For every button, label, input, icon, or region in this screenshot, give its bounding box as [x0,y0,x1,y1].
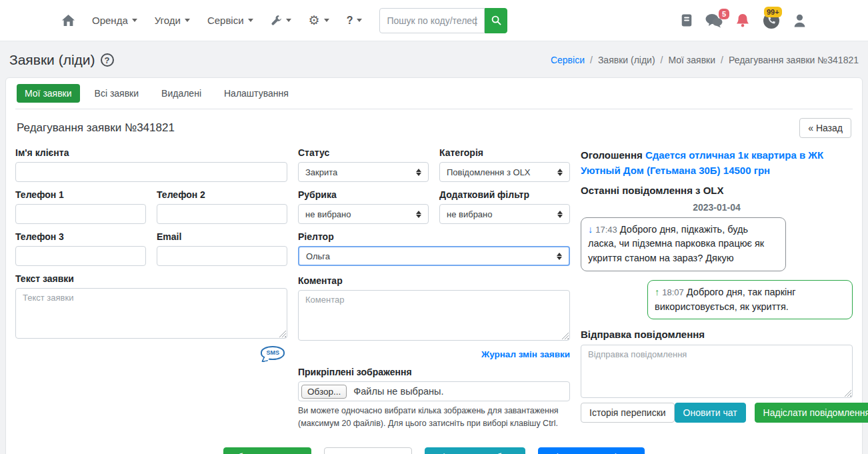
breadcrumb-servisy[interactable]: Сервіси [551,55,585,65]
menu-orenda[interactable]: Оренда [92,15,137,26]
back-to-list-button[interactable]: Назад до списку [324,447,413,454]
select-arrows-icon [557,211,563,218]
chevron-down-icon [132,19,137,22]
gear-icon: ⚙ [309,14,320,27]
back-button[interactable]: « Назад [799,118,851,138]
extra-filter-value: не вибрано [447,209,493,219]
phone3-label: Телефон 3 [15,231,146,242]
search-button[interactable] [485,8,507,33]
top-navbar: Оренда Угоди Сервіси ⚙ ? [0,0,868,41]
breadcrumb-zayavky: Заявки (ліди) [598,55,655,65]
comment-field[interactable] [298,290,570,341]
chevron-down-icon [248,19,253,22]
email-field[interactable] [157,246,287,266]
browse-button[interactable]: Обзор... [301,385,347,399]
select-arrows-icon [557,253,562,260]
help-icon: ? [347,15,353,27]
user-icon[interactable] [793,14,806,27]
extra-filter-label: Додатковий фільтр [439,189,570,200]
phone1-field[interactable] [15,204,146,224]
form-actions: Зберегти заявку Назад до списку Сформува… [15,447,853,454]
request-text-label: Текст заявки [15,273,287,284]
category-value: Повідомлення з OLX [447,167,531,177]
select-arrows-icon [557,169,563,176]
send-message-field[interactable] [581,345,853,398]
status-label: Статус [298,147,429,158]
rubric-select[interactable]: не вибрано [298,204,429,224]
menu-servisy[interactable]: Сервіси [207,15,253,26]
chevron-down-icon [185,19,190,22]
menu-ugody[interactable]: Угоди [155,15,190,26]
status-select[interactable]: Закрита [298,162,429,182]
chat-header: Останні повідомлення з OLX [581,185,853,196]
menu-servisy-label: Сервіси [207,15,244,26]
messages-count-badge: 5 [719,9,729,19]
bell-icon[interactable] [736,13,749,28]
realtor-label: Ріелтор [298,231,570,242]
extra-filter-select[interactable]: не вибрано [439,204,570,224]
journal-icon[interactable] [681,14,692,27]
status-value: Закрита [305,167,337,177]
realtor-value: Ольга [306,251,330,261]
chevron-down-icon [357,19,362,22]
breadcrumb-moi-zayavky: Мої заявки [668,55,715,65]
send-message-button[interactable]: Надіслати повідомлення [755,403,868,423]
tab-settings[interactable]: Налаштування [216,84,297,103]
tabs-row: Мої заявки Всі заявки Видалені Налаштува… [15,78,853,109]
chat-message-incoming: ↓ 17:43 Доброго дня, підкажіть, будь лас… [581,217,786,271]
messages-icon[interactable]: 5 [705,13,723,28]
create-client-button[interactable]: Сформувати клієнта [538,447,644,454]
phone-calls-icon[interactable]: 99+ [763,12,780,29]
sms-icon[interactable]: SMS [261,346,285,360]
send-message-label: Відправка повідомлення [581,329,853,340]
attachments-hint: Ви можете одночасно вибрати кілька зобра… [298,405,570,431]
tab-deleted[interactable]: Видалені [153,84,209,103]
chevron-down-icon [286,19,291,22]
announcement: Оголошення Сдается отличная 1к квартира … [581,147,853,179]
message-time: 18:07 [662,287,684,297]
email-label: Email [157,231,287,242]
save-request-button[interactable]: Зберегти заявку [223,447,311,454]
rubric-value: не вибрано [305,209,351,219]
details-column: Статус Закрита Категорія Повідомлення з … [298,147,570,438]
category-label: Категорія [439,147,570,158]
file-input[interactable]: Обзор... Файлы не выбраны. [298,381,570,401]
menu-orenda-label: Оренда [92,15,128,26]
settings-menu[interactable]: ⚙ [309,14,329,27]
announcement-label: Оголошення [581,149,643,161]
select-arrows-icon [416,169,421,176]
request-text-field[interactable] [15,288,287,339]
phone3-field[interactable] [15,246,146,266]
breadcrumb: Сервіси / Заявки (ліди) / Мої заявки / Р… [551,55,859,65]
content-card: Мої заявки Всі заявки Видалені Налаштува… [5,77,863,454]
create-object-button[interactable]: Сформувати об'єкт [425,447,525,454]
search-icon [491,15,501,25]
comment-label: Коментар [298,275,570,286]
tab-all-requests[interactable]: Всі заявки [87,84,147,103]
tab-my-requests[interactable]: Мої заявки [17,84,80,103]
phone2-field[interactable] [157,204,287,224]
message-time: 17:43 [595,225,617,235]
changelog-link[interactable]: Журнал змін заявки [481,349,570,359]
chat-message-outgoing: ↑ 18:07 Доброго дня, так паркінг викорис… [647,280,853,320]
section-title: Редагування заявки №341821 [17,121,175,135]
calls-count-badge: 99+ [764,7,782,17]
outgoing-arrow-icon: ↑ [655,287,659,297]
page-help-icon[interactable]: ? [101,53,114,67]
page-title-text: Заявки (ліди) [9,52,95,68]
chevron-down-icon [324,19,329,22]
search-input[interactable] [379,8,485,33]
realtor-select[interactable]: Ольга [298,246,570,266]
breadcrumb-separator: / [661,55,663,65]
home-icon[interactable] [62,15,75,26]
tools-menu[interactable] [271,15,291,26]
page-title: Заявки (ліди) ? [9,52,114,68]
history-button[interactable]: Історія переписки [581,403,675,423]
help-menu[interactable]: ? [347,15,363,27]
refresh-chat-button[interactable]: Оновити чат [675,403,746,423]
client-name-field[interactable] [15,162,287,182]
hint-line1: Ви можете одночасно вибрати кілька зобра… [298,406,559,415]
category-select[interactable]: Повідомлення з OLX [439,162,570,182]
menu-ugody-label: Угоди [155,15,181,26]
incoming-arrow-icon: ↓ [588,224,593,235]
